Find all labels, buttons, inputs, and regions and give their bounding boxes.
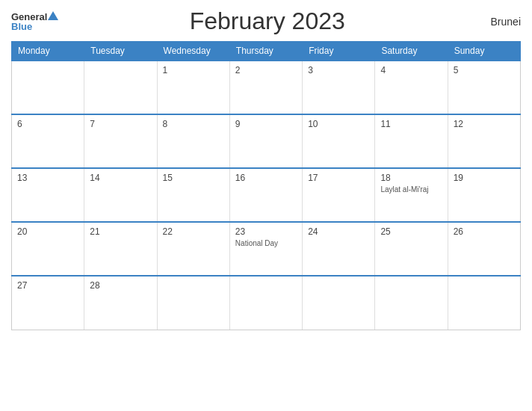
col-wednesday: Wednesday — [157, 42, 229, 61]
day-number: 8 — [163, 119, 224, 129]
week-row-3: 20212223National Day242526 — [12, 222, 521, 276]
logo-triangle-icon — [48, 11, 58, 20]
day-number: 17 — [308, 173, 369, 183]
event-label: Laylat al-Mi'raj — [380, 185, 442, 194]
day-number: 3 — [308, 65, 369, 75]
page-header: General Blue February 2023 Brunei — [11, 7, 521, 35]
day-cell: 8 — [157, 114, 229, 168]
day-cell — [375, 276, 448, 330]
day-cell: 7 — [84, 114, 157, 168]
week-row-4: 2728 — [12, 276, 521, 330]
day-cell: 15 — [157, 168, 229, 222]
day-number: 23 — [235, 226, 297, 237]
day-number: 28 — [90, 280, 151, 291]
day-number: 2 — [235, 65, 297, 75]
col-thursday: Thursday — [229, 42, 302, 61]
day-number: 6 — [17, 119, 78, 129]
logo-general-text: General — [11, 12, 47, 22]
col-monday: Monday — [12, 42, 84, 61]
week-row-1: 6789101112 — [12, 114, 521, 168]
calendar-page: General Blue February 2023 Brunei Monday… — [0, 0, 532, 411]
day-number: 11 — [380, 119, 442, 129]
week-row-2: 131415161718Laylat al-Mi'raj19 — [12, 168, 521, 222]
day-number: 10 — [308, 119, 369, 129]
day-number: 16 — [235, 173, 297, 183]
day-cell: 9 — [229, 114, 302, 168]
day-number: 14 — [90, 173, 151, 183]
day-number: 18 — [380, 173, 442, 183]
day-cell: 13 — [12, 168, 84, 222]
day-number: 24 — [308, 226, 369, 237]
day-cell: 22 — [157, 222, 229, 276]
day-number: 1 — [163, 65, 224, 75]
day-cell: 21 — [84, 222, 157, 276]
col-friday: Friday — [303, 42, 375, 61]
day-number: 25 — [380, 226, 442, 237]
day-number: 7 — [90, 119, 151, 129]
day-cell: 17 — [303, 168, 375, 222]
logo: General Blue — [11, 12, 58, 31]
day-cell: 12 — [448, 114, 520, 168]
day-cell: 4 — [375, 61, 448, 114]
day-cell — [303, 276, 375, 330]
day-number: 22 — [163, 226, 224, 237]
week-row-0: 12345 — [12, 61, 521, 114]
event-label: National Day — [235, 239, 297, 247]
day-cell — [229, 276, 302, 330]
day-cell: 1 — [157, 61, 229, 114]
col-saturday: Saturday — [375, 42, 448, 61]
day-cell: 5 — [448, 61, 520, 114]
day-cell: 2 — [229, 61, 302, 114]
day-number: 27 — [17, 280, 78, 291]
day-cell: 25 — [375, 222, 448, 276]
day-number: 12 — [454, 119, 515, 129]
calendar-table: Monday Tuesday Wednesday Thursday Friday… — [11, 41, 521, 330]
day-cell: 20 — [12, 222, 84, 276]
day-number: 4 — [380, 65, 442, 75]
day-cell: 14 — [84, 168, 157, 222]
day-number: 26 — [454, 226, 515, 237]
page-title: February 2023 — [58, 7, 476, 35]
day-cell: 10 — [303, 114, 375, 168]
day-cell: 23National Day — [229, 222, 302, 276]
day-cell — [84, 61, 157, 114]
country-label: Brunei — [476, 16, 521, 28]
day-cell: 3 — [303, 61, 375, 114]
day-cell: 28 — [84, 276, 157, 330]
day-cell: 26 — [448, 222, 520, 276]
day-cell: 18Laylat al-Mi'raj — [375, 168, 448, 222]
day-cell: 16 — [229, 168, 302, 222]
day-number: 21 — [90, 226, 151, 237]
calendar-body: 123456789101112131415161718Laylat al-Mi'… — [12, 61, 521, 330]
day-number: 9 — [235, 119, 297, 129]
logo-blue-text: Blue — [11, 22, 32, 31]
day-number: 20 — [17, 226, 78, 237]
day-cell — [448, 276, 520, 330]
day-cell: 6 — [12, 114, 84, 168]
col-tuesday: Tuesday — [84, 42, 157, 61]
day-cell: 19 — [448, 168, 520, 222]
day-number: 15 — [163, 173, 224, 183]
calendar-header: Monday Tuesday Wednesday Thursday Friday… — [12, 42, 521, 61]
day-number: 13 — [17, 173, 78, 183]
day-number: 19 — [454, 173, 515, 183]
day-number: 5 — [454, 65, 515, 75]
day-cell — [12, 61, 84, 114]
day-cell: 24 — [303, 222, 375, 276]
day-cell: 27 — [12, 276, 84, 330]
day-cell — [157, 276, 229, 330]
day-cell: 11 — [375, 114, 448, 168]
col-sunday: Sunday — [448, 42, 520, 61]
weekday-row: Monday Tuesday Wednesday Thursday Friday… — [12, 42, 521, 61]
